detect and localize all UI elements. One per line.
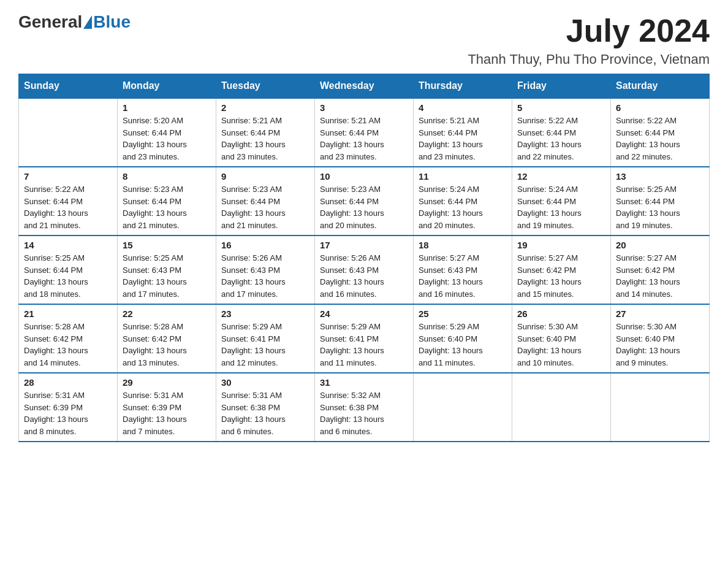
calendar-cell: 30Sunrise: 5:31 AM Sunset: 6:38 PM Dayli… <box>216 373 315 442</box>
day-info: Sunrise: 5:25 AM Sunset: 6:43 PM Dayligh… <box>123 252 211 300</box>
calendar-cell: 9Sunrise: 5:23 AM Sunset: 6:44 PM Daylig… <box>216 167 315 236</box>
calendar-header-monday: Monday <box>118 74 216 99</box>
month-year-title: July 2024 <box>468 12 710 49</box>
calendar-cell: 14Sunrise: 5:25 AM Sunset: 6:44 PM Dayli… <box>19 236 118 304</box>
calendar-header-thursday: Thursday <box>414 74 512 99</box>
day-number: 1 <box>123 102 211 113</box>
day-info: Sunrise: 5:29 AM Sunset: 6:40 PM Dayligh… <box>419 321 507 369</box>
day-info: Sunrise: 5:29 AM Sunset: 6:41 PM Dayligh… <box>320 321 408 369</box>
day-info: Sunrise: 5:32 AM Sunset: 6:38 PM Dayligh… <box>320 389 408 437</box>
calendar-cell: 25Sunrise: 5:29 AM Sunset: 6:40 PM Dayli… <box>414 304 512 373</box>
calendar-cell: 23Sunrise: 5:29 AM Sunset: 6:41 PM Dayli… <box>216 304 315 373</box>
calendar-week-row: 7Sunrise: 5:22 AM Sunset: 6:44 PM Daylig… <box>19 167 710 236</box>
day-info: Sunrise: 5:23 AM Sunset: 6:44 PM Dayligh… <box>320 183 408 231</box>
day-number: 31 <box>320 377 408 388</box>
calendar-header-sunday: Sunday <box>19 74 118 99</box>
calendar-cell: 1Sunrise: 5:20 AM Sunset: 6:44 PM Daylig… <box>118 98 216 167</box>
calendar-header-friday: Friday <box>512 74 611 99</box>
day-info: Sunrise: 5:22 AM Sunset: 6:44 PM Dayligh… <box>24 183 112 231</box>
day-number: 28 <box>24 377 112 388</box>
day-number: 23 <box>221 308 309 319</box>
day-info: Sunrise: 5:24 AM Sunset: 6:44 PM Dayligh… <box>419 183 507 231</box>
day-info: Sunrise: 5:21 AM Sunset: 6:44 PM Dayligh… <box>419 115 507 163</box>
calendar-cell: 17Sunrise: 5:26 AM Sunset: 6:43 PM Dayli… <box>315 236 414 304</box>
calendar-cell: 22Sunrise: 5:28 AM Sunset: 6:42 PM Dayli… <box>118 304 216 373</box>
calendar-cell: 12Sunrise: 5:24 AM Sunset: 6:44 PM Dayli… <box>512 167 611 236</box>
day-info: Sunrise: 5:25 AM Sunset: 6:44 PM Dayligh… <box>616 183 704 231</box>
day-info: Sunrise: 5:23 AM Sunset: 6:44 PM Dayligh… <box>123 183 211 231</box>
day-info: Sunrise: 5:26 AM Sunset: 6:43 PM Dayligh… <box>320 252 408 300</box>
page-header: General Blue July 2024 Thanh Thuy, Phu T… <box>18 12 710 67</box>
calendar-cell <box>414 373 512 442</box>
calendar-cell: 3Sunrise: 5:21 AM Sunset: 6:44 PM Daylig… <box>315 98 414 167</box>
calendar-week-row: 28Sunrise: 5:31 AM Sunset: 6:39 PM Dayli… <box>19 373 710 442</box>
calendar-cell: 13Sunrise: 5:25 AM Sunset: 6:44 PM Dayli… <box>611 167 710 236</box>
day-number: 2 <box>221 102 309 113</box>
calendar-cell: 15Sunrise: 5:25 AM Sunset: 6:43 PM Dayli… <box>118 236 216 304</box>
day-info: Sunrise: 5:26 AM Sunset: 6:43 PM Dayligh… <box>221 252 309 300</box>
calendar-header-wednesday: Wednesday <box>315 74 414 99</box>
calendar-cell: 18Sunrise: 5:27 AM Sunset: 6:43 PM Dayli… <box>414 236 512 304</box>
day-info: Sunrise: 5:20 AM Sunset: 6:44 PM Dayligh… <box>123 115 211 163</box>
logo: General Blue <box>18 12 131 32</box>
day-number: 5 <box>517 102 605 113</box>
day-number: 18 <box>419 240 507 250</box>
day-number: 27 <box>616 308 704 319</box>
calendar-cell <box>512 373 611 442</box>
day-number: 19 <box>517 240 605 250</box>
day-info: Sunrise: 5:30 AM Sunset: 6:40 PM Dayligh… <box>616 321 704 369</box>
day-info: Sunrise: 5:31 AM Sunset: 6:39 PM Dayligh… <box>24 389 112 437</box>
day-info: Sunrise: 5:28 AM Sunset: 6:42 PM Dayligh… <box>24 321 112 369</box>
calendar-cell: 2Sunrise: 5:21 AM Sunset: 6:44 PM Daylig… <box>216 98 315 167</box>
logo-blue-text: Blue <box>93 12 131 32</box>
day-info: Sunrise: 5:22 AM Sunset: 6:44 PM Dayligh… <box>517 115 605 163</box>
day-info: Sunrise: 5:31 AM Sunset: 6:38 PM Dayligh… <box>221 389 309 437</box>
calendar-cell: 6Sunrise: 5:22 AM Sunset: 6:44 PM Daylig… <box>611 98 710 167</box>
logo-triangle-icon <box>83 15 92 29</box>
day-number: 8 <box>123 171 211 182</box>
day-number: 13 <box>616 171 704 182</box>
day-number: 9 <box>221 171 309 182</box>
day-number: 17 <box>320 240 408 250</box>
day-number: 29 <box>123 377 211 388</box>
day-number: 15 <box>123 240 211 250</box>
day-info: Sunrise: 5:27 AM Sunset: 6:43 PM Dayligh… <box>419 252 507 300</box>
calendar-header-row: SundayMondayTuesdayWednesdayThursdayFrid… <box>19 74 710 99</box>
day-number: 30 <box>221 377 309 388</box>
calendar-cell: 19Sunrise: 5:27 AM Sunset: 6:42 PM Dayli… <box>512 236 611 304</box>
day-info: Sunrise: 5:28 AM Sunset: 6:42 PM Dayligh… <box>123 321 211 369</box>
day-number: 16 <box>221 240 309 250</box>
day-number: 12 <box>517 171 605 182</box>
calendar-cell: 26Sunrise: 5:30 AM Sunset: 6:40 PM Dayli… <box>512 304 611 373</box>
calendar-cell: 7Sunrise: 5:22 AM Sunset: 6:44 PM Daylig… <box>19 167 118 236</box>
calendar-header-tuesday: Tuesday <box>216 74 315 99</box>
day-info: Sunrise: 5:22 AM Sunset: 6:44 PM Dayligh… <box>616 115 704 163</box>
calendar-cell: 24Sunrise: 5:29 AM Sunset: 6:41 PM Dayli… <box>315 304 414 373</box>
day-number: 7 <box>24 171 112 182</box>
day-number: 6 <box>616 102 704 113</box>
calendar-header-saturday: Saturday <box>611 74 710 99</box>
day-info: Sunrise: 5:31 AM Sunset: 6:39 PM Dayligh… <box>123 389 211 437</box>
calendar-cell: 5Sunrise: 5:22 AM Sunset: 6:44 PM Daylig… <box>512 98 611 167</box>
calendar-cell: 10Sunrise: 5:23 AM Sunset: 6:44 PM Dayli… <box>315 167 414 236</box>
logo-general-text: General <box>18 12 82 32</box>
day-number: 3 <box>320 102 408 113</box>
calendar-week-row: 14Sunrise: 5:25 AM Sunset: 6:44 PM Dayli… <box>19 236 710 304</box>
calendar-cell: 27Sunrise: 5:30 AM Sunset: 6:40 PM Dayli… <box>611 304 710 373</box>
day-number: 4 <box>419 102 507 113</box>
calendar-cell: 11Sunrise: 5:24 AM Sunset: 6:44 PM Dayli… <box>414 167 512 236</box>
day-info: Sunrise: 5:27 AM Sunset: 6:42 PM Dayligh… <box>517 252 605 300</box>
calendar-cell: 31Sunrise: 5:32 AM Sunset: 6:38 PM Dayli… <box>315 373 414 442</box>
calendar-cell <box>19 98 118 167</box>
day-number: 21 <box>24 308 112 319</box>
day-info: Sunrise: 5:24 AM Sunset: 6:44 PM Dayligh… <box>517 183 605 231</box>
location-subtitle: Thanh Thuy, Phu Tho Province, Vietnam <box>468 52 710 67</box>
day-number: 22 <box>123 308 211 319</box>
day-number: 24 <box>320 308 408 319</box>
day-info: Sunrise: 5:27 AM Sunset: 6:42 PM Dayligh… <box>616 252 704 300</box>
calendar-cell: 16Sunrise: 5:26 AM Sunset: 6:43 PM Dayli… <box>216 236 315 304</box>
day-info: Sunrise: 5:21 AM Sunset: 6:44 PM Dayligh… <box>221 115 309 163</box>
calendar-cell: 4Sunrise: 5:21 AM Sunset: 6:44 PM Daylig… <box>414 98 512 167</box>
day-number: 10 <box>320 171 408 182</box>
calendar-week-row: 1Sunrise: 5:20 AM Sunset: 6:44 PM Daylig… <box>19 98 710 167</box>
